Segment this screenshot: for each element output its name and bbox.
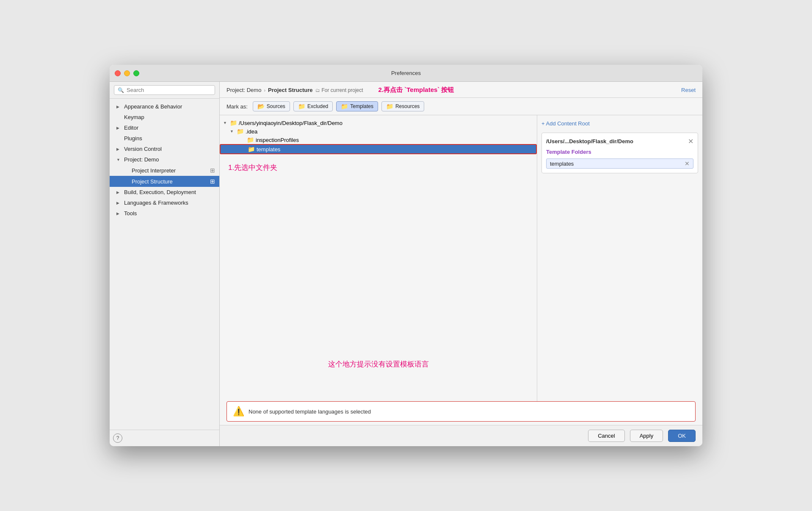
mark-templates-button[interactable]: 📁 Templates — [336, 101, 378, 111]
sidebar-item-project-demo[interactable]: ▼ Project: Demo — [110, 154, 219, 165]
sidebar-item-label: Version Control — [124, 146, 162, 152]
project-icon: 🗂 — [315, 88, 320, 93]
sources-folder-icon: 📂 — [257, 103, 265, 110]
title-bar: Preferences — [110, 65, 702, 82]
content-area: Project: Demo › Project Structure 🗂 For … — [220, 82, 702, 446]
breadcrumb-project: Project: Demo — [226, 87, 261, 93]
tree-item-idea[interactable]: ▼ 📁 .idea — [220, 127, 537, 136]
sidebar-item-editor[interactable]: ▶ Editor — [110, 122, 219, 133]
warning-bar: ⚠️ None of supported template languages … — [226, 401, 696, 422]
fullscreen-button[interactable] — [133, 70, 139, 76]
folder-icon: 📁 — [230, 119, 237, 126]
sidebar-items: ▶ Appearance & Behavior Keymap ▶ Editor … — [110, 99, 219, 430]
annotation-step2: 2.再点击 `Templates` 按钮 — [378, 86, 454, 94]
tree-item-inspection[interactable]: 📁 inspectionProfiles — [220, 136, 537, 144]
sidebar-item-label: Editor — [124, 125, 138, 131]
excluded-folder-icon: 📁 — [298, 103, 305, 110]
copy-icon: ⊞ — [210, 178, 215, 185]
path-title: /Users/...Desktop/Flask_dir/Demo — [546, 138, 633, 144]
window-title: Preferences — [391, 70, 421, 76]
add-content-root-button[interactable]: + Add Content Root — [541, 120, 698, 127]
tree-item-root[interactable]: ▼ 📁 /Users/yinqiaoyin/Desktop/Flask_dir/… — [220, 119, 537, 127]
arrow-icon: ▶ — [116, 105, 122, 109]
template-folder-name: templates — [550, 161, 574, 167]
sidebar-item-label: Languages & Frameworks — [124, 200, 188, 206]
tree-item-label: /Users/yinqiaoyin/Desktop/Flask_dir/Demo — [239, 120, 342, 126]
folder-icon: 📁 — [237, 128, 244, 135]
sidebar-item-build[interactable]: ▶ Build, Execution, Deployment — [110, 187, 219, 197]
tree-item-label: inspectionProfiles — [256, 137, 299, 143]
sidebar-item-tools[interactable]: ▶ Tools — [110, 208, 219, 219]
sidebar-item-project-interpreter[interactable]: Project Interpreter ⊞ — [110, 165, 219, 176]
warning-text: None of supported template languages is … — [249, 408, 371, 415]
templates-folder-icon: 📁 — [341, 103, 348, 110]
template-folder-close-button[interactable]: ✕ — [685, 160, 690, 167]
content-body: ▼ 📁 /Users/yinqiaoyin/Desktop/Flask_dir/… — [220, 115, 702, 401]
sidebar-item-label: Project: Demo — [124, 156, 159, 163]
arrow-icon: ▶ — [116, 126, 122, 130]
sidebar-bottom: ? — [110, 430, 219, 446]
search-bar: 🔍 — [110, 82, 219, 99]
traffic-lights — [115, 70, 139, 76]
main-layout: 🔍 ▶ Appearance & Behavior Keymap ▶ — [110, 82, 702, 446]
tree-item-label: templates — [257, 146, 280, 153]
tree-item-templates[interactable]: 📁 templates — [220, 144, 537, 154]
template-folder-item: templates ✕ — [546, 158, 693, 169]
mark-resources-button[interactable]: 📁 Resources — [381, 101, 424, 111]
sidebar-item-plugins[interactable]: Plugins — [110, 133, 219, 144]
breadcrumb-sub: 🗂 For current project — [315, 87, 363, 93]
file-tree-panel: ▼ 📁 /Users/yinqiaoyin/Desktop/Flask_dir/… — [220, 115, 537, 401]
template-folders-header: Template Folders — [546, 149, 693, 155]
close-button[interactable] — [115, 70, 121, 76]
arrow-icon: ▶ — [116, 201, 122, 205]
resources-folder-icon: 📁 — [386, 103, 393, 110]
search-icon: 🔍 — [118, 87, 124, 93]
folder-icon: 📁 — [247, 136, 254, 143]
breadcrumb-arrow: › — [264, 88, 265, 93]
arrow-icon: ▼ — [116, 158, 122, 162]
sidebar-item-label: Tools — [124, 210, 137, 217]
path-box: /Users/...Desktop/Flask_dir/Demo ✕ Templ… — [541, 133, 698, 173]
template-folder-icon: 📁 — [248, 146, 255, 153]
mark-sources-button[interactable]: 📂 Sources — [253, 101, 290, 111]
search-input-wrap[interactable]: 🔍 — [114, 85, 215, 95]
mark-as-label: Mark as: — [226, 103, 248, 110]
sidebar-item-version-control[interactable]: ▶ Version Control — [110, 144, 219, 154]
tree-arrow-icon: ▼ — [230, 129, 235, 133]
sidebar-item-label: Build, Execution, Deployment — [124, 189, 196, 195]
arrow-icon: ▶ — [116, 211, 122, 216]
sidebar-item-label: Plugins — [124, 135, 142, 142]
content-header: Project: Demo › Project Structure 🗂 For … — [220, 82, 702, 98]
copy-icon: ⊞ — [210, 167, 215, 174]
tree-item-label: .idea — [246, 128, 257, 135]
sidebar-item-label: Keymap — [124, 114, 144, 120]
path-close-button[interactable]: ✕ — [688, 137, 693, 145]
sidebar: 🔍 ▶ Appearance & Behavior Keymap ▶ — [110, 82, 220, 446]
help-button[interactable]: ? — [113, 433, 122, 443]
sidebar-item-appearance[interactable]: ▶ Appearance & Behavior — [110, 101, 219, 112]
sidebar-item-languages[interactable]: ▶ Languages & Frameworks — [110, 197, 219, 208]
ok-button[interactable]: OK — [668, 430, 696, 442]
tree-arrow-icon: ▼ — [223, 121, 228, 125]
annotation-step1: 1.先选中文件夹 — [220, 154, 537, 179]
reset-button[interactable]: Reset — [681, 87, 696, 93]
sidebar-item-keymap[interactable]: Keymap — [110, 112, 219, 122]
breadcrumb-current: Project Structure — [268, 87, 312, 93]
apply-button[interactable]: Apply — [630, 430, 663, 442]
minimize-button[interactable] — [124, 70, 130, 76]
arrow-icon: ▶ — [116, 190, 122, 194]
sidebar-item-label: Project Interpreter — [132, 167, 176, 174]
cancel-button[interactable]: Cancel — [588, 430, 624, 442]
sidebar-item-label: Project Structure — [132, 178, 173, 185]
path-box-header: /Users/...Desktop/Flask_dir/Demo ✕ — [546, 137, 693, 145]
sidebar-item-label: Appearance & Behavior — [124, 103, 182, 110]
bottom-bar: Cancel Apply OK — [220, 425, 702, 446]
mark-excluded-button[interactable]: 📁 Excluded — [293, 101, 333, 111]
annotation-warning: 这个地方提示没有设置模板语言 — [320, 353, 437, 376]
search-input[interactable] — [127, 87, 211, 93]
sidebar-item-project-structure[interactable]: Project Structure ⊞ — [110, 176, 219, 187]
breadcrumb: Project: Demo › Project Structure 🗂 For … — [226, 86, 454, 94]
arrow-icon: ▶ — [116, 147, 122, 151]
warning-icon: ⚠️ — [233, 406, 244, 417]
mark-as-bar: Mark as: 📂 Sources 📁 Excluded 📁 Template… — [220, 98, 702, 115]
